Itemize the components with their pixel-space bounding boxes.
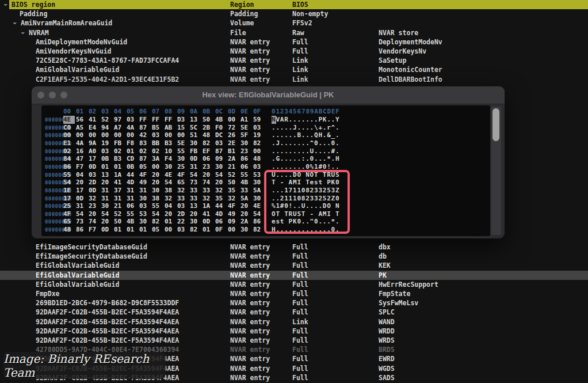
tree-row[interactable]: FmpDxeNVAR entryFullFmpState [0, 289, 588, 298]
hex-byte: 30 [190, 218, 201, 226]
hex-row: 00000030E14A9A19FBF883BBB35E3082032E3082… [41, 139, 490, 147]
hex-byte: 00 [177, 131, 189, 139]
tree-row[interactable]: PaddingPaddingNon-empty [0, 9, 588, 18]
tree-row[interactable]: 92DAAF2F-C02B-455B-B2EC-F5A3594F4AEANVAR… [0, 317, 588, 327]
tree-row[interactable]: 72C5E28C-7783-43A1-8767-FAD73FCCAFA4NVAR… [0, 56, 588, 65]
hex-byte: 5E [177, 139, 189, 147]
hex-byte: 03 [177, 202, 189, 210]
hex-byte: 4F [63, 210, 75, 218]
hex-byte: 01 [139, 226, 151, 234]
hex-byte: 20 [215, 179, 227, 187]
row-text: FmpState [379, 289, 410, 298]
hex-byte: 00 [165, 226, 176, 234]
row-subtype: Full [292, 298, 308, 308]
hex-byte: 83 [139, 139, 151, 147]
hex-byte: 53 [139, 210, 151, 218]
hex-byte: 9A [89, 139, 100, 147]
hex-byte: 87 [215, 147, 227, 156]
scrollbar-track[interactable] [491, 107, 501, 235]
hex-byte: 32 [203, 195, 214, 203]
tree-row[interactable]: 92DAAF2F-C02B-455B-B2EC-F5A3594F4AEANVAR… [0, 336, 588, 345]
hex-row: 0000006086F70D01010B05003025312330210603… [41, 163, 490, 171]
row-type: NVAR entry [230, 336, 270, 345]
hex-byte: 41 [203, 210, 214, 218]
ascii-char: H [335, 155, 340, 163]
tree-row[interactable]: AmiGlobalVariableGuidNVAR entryLinkMonot… [0, 65, 588, 74]
hex-byte: 82 [253, 226, 265, 234]
row-subtype: Full [292, 308, 308, 317]
row-text: KEK [379, 261, 391, 270]
hex-byte: 82 [190, 226, 201, 234]
hex-byte-selected: 4E [63, 116, 75, 124]
tree-row[interactable]: EfiGlobalVariableGuidNVAR entryFullKEK [0, 261, 588, 270]
hex-column-header: 0E [240, 108, 252, 116]
row-type: NVAR entry [230, 373, 270, 382]
tree-row[interactable]: ›BIOS regionRegionBIOS [0, 0, 588, 9]
hex-byte: 4F [139, 171, 151, 179]
row-type: NVAR entry [230, 298, 270, 308]
row-type: NVAR entry [230, 65, 270, 74]
row-type: NVAR entry [230, 308, 270, 317]
row-type: NVAR entry [230, 327, 270, 336]
tree-row[interactable]: EfiImageSecurityDatabaseGuidNVAR entryFu… [0, 252, 588, 261]
row-name: EfiImageSecurityDatabaseGuid [36, 242, 147, 252]
hex-byte: 09 [228, 218, 239, 226]
row-subtype: Link [292, 56, 308, 65]
hex-byte: 86 [240, 155, 252, 163]
hex-column-header: 0D [228, 108, 239, 116]
scrollbar-thumb[interactable] [492, 108, 499, 141]
hex-byte: 00 [89, 131, 100, 139]
hex-byte: 54 [215, 171, 227, 179]
hex-column-header: 00 [63, 108, 75, 116]
chevron-down-icon[interactable]: › [10, 20, 20, 26]
hex-column-header: 04 [114, 108, 125, 116]
tree-row[interactable]: ›AmiNvramMainRomAreaGuidVolumeFFSv2 [0, 18, 588, 28]
hex-byte: 30 [101, 202, 113, 210]
chevron-down-icon[interactable]: › [1, 2, 10, 7]
hex-byte: 4A [127, 124, 138, 132]
hex-byte: 0D [89, 163, 100, 171]
tree-row[interactable]: 269BD1ED-2BC6-4979-B682-D9C8F5533DDFNVAR… [0, 298, 588, 308]
minimize-button[interactable] [49, 92, 56, 98]
hex-byte: 03 [215, 139, 227, 147]
row-type: NVAR entry [230, 75, 270, 84]
hex-byte: 82 [152, 218, 163, 226]
close-button[interactable] [37, 92, 44, 98]
hex-byte: 30 [165, 163, 176, 171]
hex-byte: 30 [139, 195, 151, 203]
row-type: Region [230, 0, 254, 9]
tree-row[interactable]: EfiGlobalVariableGuidNVAR entryFullPK [0, 271, 588, 280]
hex-byte: 0D [190, 155, 201, 163]
hex-byte: 5A [240, 195, 252, 203]
tree-row[interactable]: EfiImageSecurityDatabaseGuidNVAR entryFu… [0, 242, 588, 252]
dialog-titlebar[interactable]: Hex view: EfiGlobalVariableGuid | PK [32, 86, 505, 104]
hex-byte: 31 [139, 187, 151, 195]
tree-row[interactable]: C2F1EAF5-2535-4042-A2D1-93EC4E31F5B2NVAR… [0, 75, 588, 84]
hex-byte: 20 [152, 179, 163, 187]
tree-row[interactable]: 92DAAF2F-C02B-455B-B2EC-F5A3594F4AEANVAR… [0, 308, 588, 317]
hex-byte: 4A [76, 139, 87, 147]
row-subtype: Raw [292, 28, 304, 37]
row-type: NVAR entry [230, 317, 270, 327]
tree-row[interactable]: 92DAAF2F-C02B-455B-B2EC-F5A3594F4AEANVAR… [0, 327, 588, 336]
tree-row[interactable]: AmiVendorKeysNvGuidNVAR entryFullVendorK… [0, 47, 588, 56]
row-name: 92DAAF2F-C02B-455B-B2EC-F5A3594F4AEA [36, 317, 179, 327]
tree-row[interactable]: ›NVRAMFileRawNVAR store [0, 28, 588, 37]
ascii-char: . [335, 147, 340, 156]
hex-byte: 5E [240, 124, 252, 132]
row-text: PK [379, 271, 387, 280]
tree-row[interactable]: AmiDeploymentModeNvGuidNVAR entryFullDep… [0, 37, 588, 47]
row-subtype: Link [292, 317, 308, 327]
chevron-down-icon[interactable]: › [18, 30, 28, 36]
traffic-lights [37, 92, 67, 98]
hex-byte: 94 [101, 124, 113, 132]
hex-byte: FF [165, 116, 176, 124]
row-name: 92DAAF2F-C02B-455B-B2EC-F5A3594F4AEA [36, 308, 179, 317]
hex-column-header: 0A [190, 108, 201, 116]
row-subtype: Full [292, 261, 308, 270]
hex-byte: E1 [63, 139, 75, 147]
tree-row[interactable]: EfiGlobalVariableGuidNVAR entryFullHwErr… [0, 280, 588, 289]
hex-byte: 20 [89, 210, 100, 218]
zoom-button[interactable] [60, 92, 67, 98]
hex-byte: 4F [177, 171, 189, 179]
